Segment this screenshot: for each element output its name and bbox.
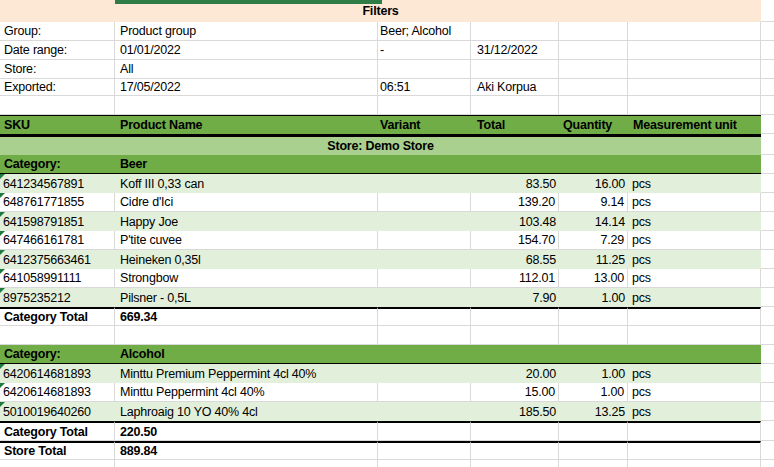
- product-name-cell[interactable]: Cidre d'Ici: [115, 193, 378, 212]
- total-cell[interactable]: 68.55: [471, 250, 559, 269]
- variant-cell[interactable]: [378, 269, 471, 288]
- total-cell[interactable]: 15.00: [471, 383, 559, 402]
- empty-cell[interactable]: [761, 288, 774, 307]
- empty-cell[interactable]: [761, 193, 774, 212]
- unit-cell[interactable]: pcs: [628, 212, 761, 231]
- unit-cell[interactable]: pcs: [628, 174, 761, 193]
- unit-cell[interactable]: pcs: [628, 250, 761, 269]
- variant-cell[interactable]: [378, 231, 471, 250]
- quantity-cell[interactable]: 1.00: [559, 383, 628, 402]
- total-cell[interactable]: 185.50: [471, 402, 559, 421]
- empty-cell[interactable]: [628, 60, 761, 79]
- empty-cell[interactable]: [628, 22, 761, 41]
- total-cell[interactable]: 83.50: [471, 174, 559, 193]
- filter-value-cell[interactable]: [378, 60, 471, 79]
- variant-cell[interactable]: [378, 402, 471, 421]
- empty-cell[interactable]: [471, 307, 559, 326]
- quantity-cell[interactable]: 1.00: [559, 288, 628, 307]
- empty-cell[interactable]: [761, 41, 774, 60]
- empty-cell[interactable]: [761, 22, 774, 41]
- total-cell[interactable]: 139.20: [471, 193, 559, 212]
- column-header-total[interactable]: Total: [471, 115, 559, 134]
- empty-cell[interactable]: [559, 460, 628, 467]
- empty-cell[interactable]: [471, 326, 559, 345]
- empty-cell[interactable]: [761, 0, 774, 22]
- variant-cell[interactable]: [378, 288, 471, 307]
- total-cell[interactable]: 112.01: [471, 269, 559, 288]
- category-total-label-cell[interactable]: Category Total: [0, 421, 115, 441]
- unit-cell[interactable]: pcs: [628, 231, 761, 250]
- store-total-label-cell[interactable]: Store Total: [0, 441, 115, 460]
- empty-cell[interactable]: [761, 307, 774, 326]
- empty-cell[interactable]: [559, 307, 628, 326]
- sku-cell[interactable]: 648761771855: [0, 193, 115, 212]
- empty-cell[interactable]: [378, 326, 471, 345]
- empty-cell[interactable]: [628, 326, 761, 345]
- sku-cell[interactable]: 6412375663461: [0, 250, 115, 269]
- product-name-cell[interactable]: Heineken 0,35l: [115, 250, 378, 269]
- store-total-value-cell[interactable]: 889.84: [115, 441, 378, 460]
- quantity-cell[interactable]: 1.00: [559, 364, 628, 383]
- empty-cell[interactable]: [115, 460, 378, 467]
- product-name-cell[interactable]: Minttu Premium Peppermint 4cl 40%: [115, 364, 378, 383]
- sku-cell[interactable]: 8975235212: [0, 288, 115, 307]
- filter-value-cell[interactable]: Beer; Alcohol: [378, 22, 471, 41]
- sku-cell[interactable]: 5010019640260: [0, 402, 115, 421]
- empty-cell[interactable]: [0, 326, 115, 345]
- empty-cell[interactable]: [559, 79, 628, 96]
- product-name-cell[interactable]: Minttu Peppermint 4cl 40%: [115, 383, 378, 402]
- category-label-cell[interactable]: Category:: [0, 345, 115, 364]
- quantity-cell[interactable]: 13.00: [559, 269, 628, 288]
- empty-cell[interactable]: [761, 79, 774, 96]
- empty-cell[interactable]: [559, 326, 628, 345]
- sku-cell[interactable]: 641058991111: [0, 269, 115, 288]
- empty-cell[interactable]: [761, 115, 774, 134]
- quantity-cell[interactable]: 14.14: [559, 212, 628, 231]
- column-header-product-name[interactable]: Product Name: [115, 115, 378, 134]
- filter-label-cell[interactable]: Exported:: [0, 79, 115, 96]
- empty-cell[interactable]: [761, 137, 774, 155]
- empty-cell[interactable]: [628, 79, 761, 96]
- empty-cell[interactable]: [471, 421, 559, 441]
- category-total-value-cell[interactable]: 220.50: [115, 421, 378, 441]
- total-cell[interactable]: 103.48: [471, 212, 559, 231]
- product-name-cell[interactable]: Laphroaig 10 YO 40% 4cl: [115, 402, 378, 421]
- empty-cell[interactable]: [761, 60, 774, 79]
- category-total-value-cell[interactable]: 669.34: [115, 307, 378, 326]
- empty-cell[interactable]: [0, 460, 115, 467]
- empty-cell[interactable]: [559, 60, 628, 79]
- empty-cell[interactable]: [0, 96, 115, 115]
- empty-cell[interactable]: [471, 96, 559, 115]
- empty-cell[interactable]: [378, 421, 471, 441]
- empty-cell[interactable]: [761, 402, 774, 421]
- sku-cell[interactable]: 641234567891: [0, 174, 115, 193]
- empty-cell[interactable]: [471, 441, 559, 460]
- quantity-cell[interactable]: 7.29: [559, 231, 628, 250]
- empty-cell[interactable]: [761, 421, 774, 441]
- product-name-cell[interactable]: Pilsner - 0,5L: [115, 288, 378, 307]
- filter-value-cell[interactable]: 01/01/2022: [115, 41, 378, 60]
- variant-cell[interactable]: [378, 250, 471, 269]
- empty-cell[interactable]: [559, 22, 628, 41]
- empty-cell[interactable]: [628, 421, 761, 441]
- empty-cell[interactable]: [378, 460, 471, 467]
- empty-cell[interactable]: [761, 460, 774, 467]
- category-name-cell[interactable]: Beer: [115, 155, 761, 174]
- empty-cell[interactable]: [115, 326, 378, 345]
- filter-value-cell[interactable]: -: [378, 41, 471, 60]
- empty-cell[interactable]: [761, 155, 774, 174]
- empty-cell[interactable]: [378, 96, 471, 115]
- unit-cell[interactable]: pcs: [628, 364, 761, 383]
- column-header-variant[interactable]: Variant: [378, 115, 471, 134]
- total-cell[interactable]: 20.00: [471, 364, 559, 383]
- sku-cell[interactable]: 641598791851: [0, 212, 115, 231]
- empty-cell[interactable]: [115, 96, 378, 115]
- sku-cell[interactable]: 6420614681893: [0, 364, 115, 383]
- column-header-sku[interactable]: SKU: [0, 115, 115, 134]
- filter-value-cell[interactable]: 06:51: [378, 79, 471, 96]
- empty-cell[interactable]: [761, 326, 774, 345]
- empty-cell[interactable]: [378, 441, 471, 460]
- filter-value-cell[interactable]: 17/05/2022: [115, 79, 378, 96]
- total-cell[interactable]: 154.70: [471, 231, 559, 250]
- empty-cell[interactable]: [628, 307, 761, 326]
